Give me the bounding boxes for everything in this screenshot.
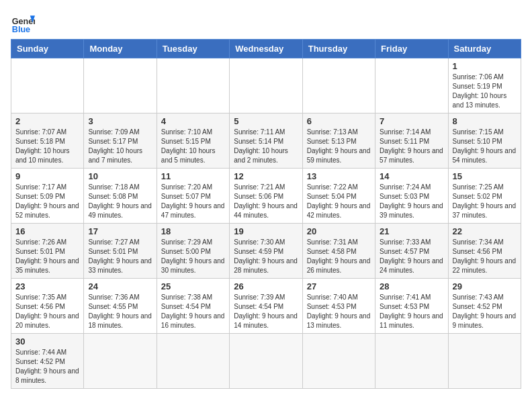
day-number: 22: [453, 226, 517, 236]
calendar-cell: 26Sunrise: 7:39 AM Sunset: 4:54 PM Dayli…: [230, 279, 302, 334]
day-info: Sunrise: 7:21 AM Sunset: 5:06 PM Dayligh…: [234, 183, 298, 220]
day-number: 9: [15, 171, 79, 181]
day-info: Sunrise: 7:11 AM Sunset: 5:14 PM Dayligh…: [234, 128, 298, 165]
calendar-cell: 16Sunrise: 7:26 AM Sunset: 5:01 PM Dayli…: [11, 224, 84, 279]
logo-icon: General Blue: [11, 11, 35, 35]
calendar-cell: 24Sunrise: 7:36 AM Sunset: 4:55 PM Dayli…: [84, 279, 157, 334]
day-number: 20: [307, 226, 371, 236]
day-number: 21: [380, 226, 443, 236]
column-header-thursday: Thursday: [302, 40, 375, 58]
calendar-cell: 15Sunrise: 7:25 AM Sunset: 5:02 PM Dayli…: [448, 169, 521, 224]
day-info: Sunrise: 7:35 AM Sunset: 4:56 PM Dayligh…: [15, 293, 79, 330]
column-header-sunday: Sunday: [11, 40, 84, 58]
calendar-header-row: SundayMondayTuesdayWednesdayThursdayFrid…: [11, 40, 521, 58]
calendar-cell: [375, 334, 448, 389]
calendar-cell: [157, 58, 229, 113]
calendar-cell: [157, 334, 229, 389]
day-number: 14: [380, 171, 443, 181]
column-header-friday: Friday: [375, 40, 448, 58]
day-info: Sunrise: 7:20 AM Sunset: 5:07 PM Dayligh…: [161, 183, 225, 220]
calendar-table: SundayMondayTuesdayWednesdayThursdayFrid…: [11, 39, 521, 389]
day-number: 28: [380, 281, 443, 291]
column-header-monday: Monday: [84, 40, 157, 58]
day-number: 16: [15, 226, 79, 236]
day-number: 25: [161, 281, 225, 291]
calendar-cell: 11Sunrise: 7:20 AM Sunset: 5:07 PM Dayli…: [157, 169, 229, 224]
calendar-cell: 23Sunrise: 7:35 AM Sunset: 4:56 PM Dayli…: [11, 279, 84, 334]
day-info: Sunrise: 7:14 AM Sunset: 5:11 PM Dayligh…: [380, 128, 443, 165]
day-info: Sunrise: 7:39 AM Sunset: 4:54 PM Dayligh…: [234, 293, 298, 330]
calendar-cell: [230, 58, 302, 113]
calendar-cell: [448, 334, 521, 389]
calendar-week-0: 1Sunrise: 7:06 AM Sunset: 5:19 PM Daylig…: [11, 58, 521, 113]
column-header-tuesday: Tuesday: [157, 40, 229, 58]
column-header-saturday: Saturday: [448, 40, 521, 58]
calendar-cell: 27Sunrise: 7:40 AM Sunset: 4:53 PM Dayli…: [302, 279, 375, 334]
column-header-wednesday: Wednesday: [230, 40, 302, 58]
calendar-week-3: 16Sunrise: 7:26 AM Sunset: 5:01 PM Dayli…: [11, 224, 521, 279]
calendar-cell: [230, 334, 302, 389]
day-info: Sunrise: 7:30 AM Sunset: 4:59 PM Dayligh…: [234, 238, 298, 275]
day-number: 7: [380, 116, 443, 126]
logo: General Blue: [11, 11, 35, 35]
day-info: Sunrise: 7:22 AM Sunset: 5:04 PM Dayligh…: [307, 183, 371, 220]
calendar-cell: 22Sunrise: 7:34 AM Sunset: 4:56 PM Dayli…: [448, 224, 521, 279]
day-info: Sunrise: 7:06 AM Sunset: 5:19 PM Dayligh…: [453, 73, 517, 110]
calendar-cell: 6Sunrise: 7:13 AM Sunset: 5:13 PM Daylig…: [302, 113, 375, 169]
calendar-cell: 13Sunrise: 7:22 AM Sunset: 5:04 PM Dayli…: [302, 169, 375, 224]
calendar-cell: 14Sunrise: 7:24 AM Sunset: 5:03 PM Dayli…: [375, 169, 448, 224]
svg-text:Blue: Blue: [12, 25, 30, 34]
day-info: Sunrise: 7:33 AM Sunset: 4:57 PM Dayligh…: [380, 238, 443, 275]
calendar-week-1: 2Sunrise: 7:07 AM Sunset: 5:18 PM Daylig…: [11, 113, 521, 169]
calendar-cell: [375, 58, 448, 113]
day-number: 11: [161, 171, 225, 181]
day-info: Sunrise: 7:24 AM Sunset: 5:03 PM Dayligh…: [380, 183, 443, 220]
day-info: Sunrise: 7:27 AM Sunset: 5:01 PM Dayligh…: [88, 238, 152, 275]
day-number: 1: [453, 61, 517, 71]
day-number: 5: [234, 116, 298, 126]
calendar-cell: [11, 58, 84, 113]
calendar-cell: 29Sunrise: 7:43 AM Sunset: 4:52 PM Dayli…: [448, 279, 521, 334]
day-number: 29: [453, 281, 517, 291]
day-info: Sunrise: 7:26 AM Sunset: 5:01 PM Dayligh…: [15, 238, 79, 275]
calendar-cell: 4Sunrise: 7:10 AM Sunset: 5:15 PM Daylig…: [157, 113, 229, 169]
day-number: 23: [15, 281, 79, 291]
day-number: 27: [307, 281, 371, 291]
day-number: 10: [88, 171, 152, 181]
day-info: Sunrise: 7:43 AM Sunset: 4:52 PM Dayligh…: [453, 293, 517, 330]
calendar-cell: 30Sunrise: 7:44 AM Sunset: 4:52 PM Dayli…: [11, 334, 84, 389]
day-number: 3: [88, 116, 152, 126]
day-number: 19: [234, 226, 298, 236]
calendar-cell: 21Sunrise: 7:33 AM Sunset: 4:57 PM Dayli…: [375, 224, 448, 279]
page-header: General Blue: [11, 11, 521, 35]
day-info: Sunrise: 7:15 AM Sunset: 5:10 PM Dayligh…: [453, 128, 517, 165]
day-info: Sunrise: 7:18 AM Sunset: 5:08 PM Dayligh…: [88, 183, 152, 220]
calendar-cell: 28Sunrise: 7:41 AM Sunset: 4:53 PM Dayli…: [375, 279, 448, 334]
calendar-cell: 3Sunrise: 7:09 AM Sunset: 5:17 PM Daylig…: [84, 113, 157, 169]
calendar-cell: 1Sunrise: 7:06 AM Sunset: 5:19 PM Daylig…: [448, 58, 521, 113]
calendar-cell: [84, 58, 157, 113]
day-number: 8: [453, 116, 517, 126]
calendar-week-4: 23Sunrise: 7:35 AM Sunset: 4:56 PM Dayli…: [11, 279, 521, 334]
day-number: 4: [161, 116, 225, 126]
day-number: 30: [15, 336, 79, 347]
calendar-week-2: 9Sunrise: 7:17 AM Sunset: 5:09 PM Daylig…: [11, 169, 521, 224]
calendar-cell: [84, 334, 157, 389]
day-info: Sunrise: 7:36 AM Sunset: 4:55 PM Dayligh…: [88, 293, 152, 330]
calendar-cell: [302, 58, 375, 113]
day-number: 15: [453, 171, 517, 181]
day-info: Sunrise: 7:17 AM Sunset: 5:09 PM Dayligh…: [15, 183, 79, 220]
calendar-cell: 19Sunrise: 7:30 AM Sunset: 4:59 PM Dayli…: [230, 224, 302, 279]
calendar-cell: 12Sunrise: 7:21 AM Sunset: 5:06 PM Dayli…: [230, 169, 302, 224]
day-number: 6: [307, 116, 371, 126]
day-info: Sunrise: 7:40 AM Sunset: 4:53 PM Dayligh…: [307, 293, 371, 330]
calendar-cell: 7Sunrise: 7:14 AM Sunset: 5:11 PM Daylig…: [375, 113, 448, 169]
calendar-cell: 10Sunrise: 7:18 AM Sunset: 5:08 PM Dayli…: [84, 169, 157, 224]
day-info: Sunrise: 7:31 AM Sunset: 4:58 PM Dayligh…: [307, 238, 371, 275]
day-number: 24: [88, 281, 152, 291]
day-number: 2: [15, 116, 79, 126]
calendar-cell: 2Sunrise: 7:07 AM Sunset: 5:18 PM Daylig…: [11, 113, 84, 169]
day-info: Sunrise: 7:38 AM Sunset: 4:54 PM Dayligh…: [161, 293, 225, 330]
day-info: Sunrise: 7:29 AM Sunset: 5:00 PM Dayligh…: [161, 238, 225, 275]
calendar-cell: 8Sunrise: 7:15 AM Sunset: 5:10 PM Daylig…: [448, 113, 521, 169]
